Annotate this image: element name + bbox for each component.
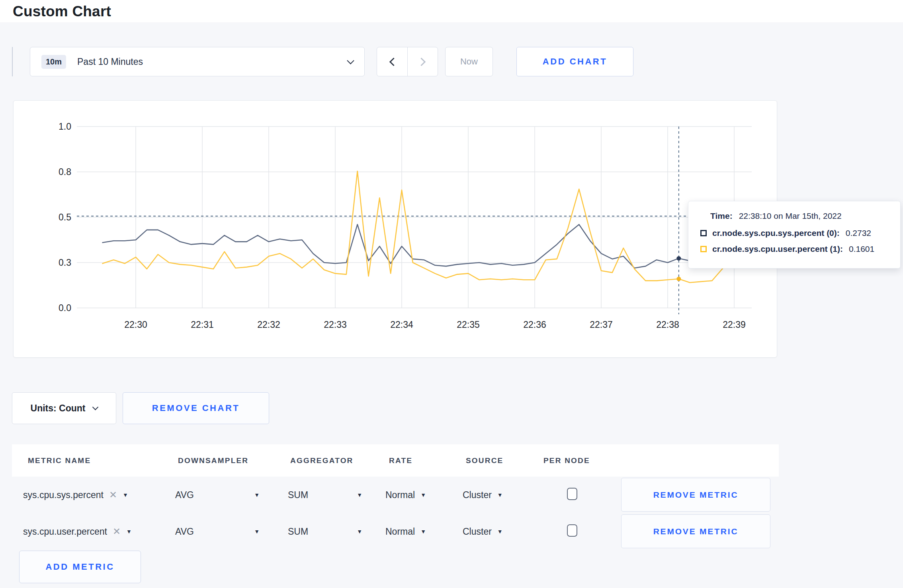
dropdown-caret-icon: ▼ (123, 492, 128, 498)
chart-tooltip: Time:22:38:10 on Mar 15th, 2022 cr.node.… (688, 201, 901, 269)
svg-text:22:32: 22:32 (257, 319, 280, 330)
dropdown-caret-icon: ▼ (254, 492, 260, 498)
column-header-rate: RATE (389, 456, 412, 465)
chevron-down-icon (347, 57, 354, 64)
series-sys-swatch-icon (700, 230, 707, 236)
metric-name-select[interactable]: sys.cpu.sys.percent ✕ ▼ (23, 486, 128, 504)
svg-text:22:31: 22:31 (191, 319, 214, 330)
rate-value: Normal (385, 526, 415, 537)
svg-text:22:33: 22:33 (324, 319, 347, 330)
svg-text:22:30: 22:30 (124, 319, 147, 330)
dropdown-caret-icon: ▼ (497, 492, 503, 498)
remove-chart-button[interactable]: REMOVE CHART (123, 392, 269, 424)
tooltip-time-value: 22:38:10 on Mar 15th, 2022 (739, 211, 842, 220)
series-user-swatch-icon (700, 246, 707, 252)
dropdown-caret-icon: ▼ (254, 529, 260, 534)
dropdown-caret-icon: ▼ (357, 492, 362, 498)
column-header-metric-name: METRIC NAME (28, 456, 91, 465)
dropdown-caret-icon: ▼ (126, 529, 132, 534)
aggregator-select[interactable]: SUM ▼ (288, 523, 362, 540)
dropdown-caret-icon: ▼ (420, 492, 426, 498)
remove-metric-button[interactable]: REMOVE METRIC (621, 514, 770, 548)
metrics-table-header: METRIC NAME DOWNSAMPLER AGGREGATOR RATE … (12, 444, 779, 477)
svg-text:22:36: 22:36 (523, 319, 546, 330)
tooltip-series-label: cr.node.sys.cpu.user.percent (1): (712, 244, 843, 254)
page-title: Custom Chart (13, 3, 111, 20)
column-header-source: SOURCE (466, 456, 504, 465)
aggregator-select[interactable]: SUM ▼ (288, 486, 362, 504)
rate-select[interactable]: Normal ▼ (385, 523, 426, 540)
chevron-down-icon (92, 404, 99, 410)
downsampler-value: AVG (175, 490, 194, 500)
dropdown-caret-icon: ▼ (420, 529, 426, 534)
units-label: Units: Count (31, 403, 86, 414)
rate-value: Normal (385, 490, 415, 500)
source-select[interactable]: Cluster ▼ (463, 486, 503, 504)
tooltip-series-row: cr.node.sys.cpu.sys.percent (0): 0.2732 (700, 228, 900, 238)
clear-metric-x-icon[interactable]: ✕ (113, 527, 121, 536)
aggregator-value: SUM (288, 490, 308, 500)
svg-text:1.0: 1.0 (59, 121, 71, 132)
svg-text:22:38: 22:38 (656, 319, 679, 330)
metric-name-value: sys.cpu.sys.percent (23, 490, 104, 500)
add-chart-button[interactable]: ADD CHART (516, 47, 633, 76)
svg-text:22:39: 22:39 (723, 319, 746, 330)
remove-metric-button[interactable]: REMOVE METRIC (621, 478, 770, 512)
downsampler-value: AVG (175, 526, 194, 537)
tooltip-series-value: 0.1601 (849, 244, 874, 254)
downsampler-select[interactable]: AVG ▼ (175, 523, 260, 540)
aggregator-value: SUM (288, 526, 308, 537)
chart-svg[interactable]: 0.00.30.50.81.022:3022:3122:3222:3322:34… (14, 101, 778, 358)
downsampler-select[interactable]: AVG ▼ (175, 486, 260, 504)
tooltip-series-label: cr.node.sys.cpu.sys.percent (0): (712, 228, 840, 238)
now-button[interactable]: Now (445, 47, 493, 76)
time-range-select[interactable]: 10m Past 10 Minutes (30, 47, 365, 76)
source-value: Cluster (463, 526, 492, 537)
dropdown-caret-icon: ▼ (497, 529, 503, 534)
rate-select[interactable]: Normal ▼ (385, 486, 426, 504)
per-node-checkbox[interactable] (567, 524, 577, 537)
svg-text:22:34: 22:34 (390, 319, 413, 330)
svg-text:0.8: 0.8 (59, 167, 71, 177)
svg-text:0.5: 0.5 (59, 212, 71, 222)
chevron-right-icon (417, 57, 426, 66)
toolbar-divider (12, 47, 13, 76)
page-header-strip (0, 0, 903, 22)
tooltip-time-label: Time: (710, 211, 733, 220)
column-header-downsampler: DOWNSAMPLER (178, 456, 248, 465)
time-range-label: Past 10 Minutes (77, 56, 143, 67)
source-select[interactable]: Cluster ▼ (463, 523, 503, 540)
metric-name-select[interactable]: sys.cpu.user.percent ✕ ▼ (23, 523, 132, 540)
svg-text:0.3: 0.3 (59, 257, 71, 268)
prev-time-button[interactable] (377, 47, 407, 76)
column-header-per-node: PER NODE (543, 456, 590, 465)
column-header-aggregator: AGGREGATOR (290, 456, 354, 465)
dropdown-caret-icon: ▼ (357, 529, 362, 534)
chart-card: 0.00.30.50.81.022:3022:3122:3222:3322:34… (13, 100, 777, 358)
clear-metric-x-icon[interactable]: ✕ (109, 490, 117, 500)
svg-text:0.0: 0.0 (59, 303, 71, 313)
tooltip-series-value: 0.2732 (846, 228, 871, 238)
add-metric-button[interactable]: ADD METRIC (19, 551, 141, 583)
svg-text:22:37: 22:37 (590, 319, 613, 330)
units-select[interactable]: Units: Count (12, 392, 116, 424)
time-range-badge: 10m (41, 55, 66, 69)
tooltip-series-row: cr.node.sys.cpu.user.percent (1): 0.1601 (700, 244, 900, 254)
metric-name-value: sys.cpu.user.percent (23, 526, 107, 537)
source-value: Cluster (463, 490, 492, 500)
next-time-button[interactable] (407, 47, 438, 76)
per-node-checkbox[interactable] (567, 488, 577, 500)
chevron-left-icon (389, 57, 397, 66)
tooltip-time-row: Time:22:38:10 on Mar 15th, 2022 (710, 211, 900, 221)
time-nav-group (377, 47, 438, 76)
svg-text:22:35: 22:35 (457, 319, 480, 330)
